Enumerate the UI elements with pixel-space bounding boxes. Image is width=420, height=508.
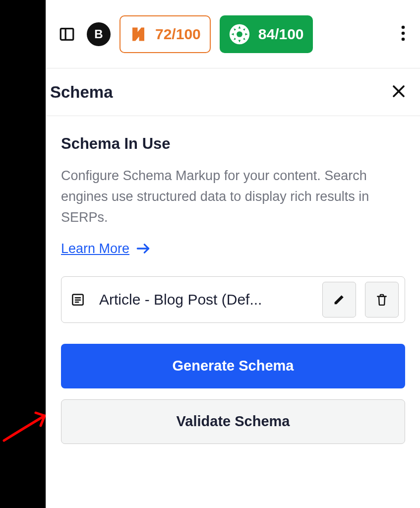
section-description: Configure Schema Markup for your content…	[61, 166, 405, 228]
schema-item-row: Article - Blog Post (Def...	[61, 276, 405, 323]
validate-schema-button[interactable]: Validate Schema	[61, 399, 405, 444]
toolbar: B 72/100 84/100	[46, 0, 420, 68]
panel-header: Schema	[46, 68, 420, 116]
svg-point-5	[402, 31, 405, 35]
close-icon	[391, 84, 406, 99]
pencil-icon	[332, 293, 346, 307]
schema-item-label: Article - Blog Post (Def...	[94, 291, 313, 308]
learn-more-label: Learn More	[61, 241, 129, 256]
more-vertical-icon	[396, 24, 410, 42]
close-button[interactable]	[391, 84, 406, 101]
article-icon	[70, 292, 85, 307]
panel-title: Schema	[50, 83, 113, 102]
trash-icon	[375, 292, 388, 307]
generate-schema-button[interactable]: Generate Schema	[61, 344, 405, 388]
score-badge-green[interactable]: 84/100	[220, 15, 313, 53]
score-badge-orange[interactable]: 72/100	[120, 15, 211, 53]
delete-schema-button[interactable]	[365, 282, 399, 318]
brand-badge[interactable]: B	[87, 22, 111, 46]
more-menu-button[interactable]	[396, 24, 410, 44]
score-orange-value: 72/100	[155, 26, 201, 43]
svg-point-4	[402, 25, 405, 29]
h-logo-icon	[129, 25, 147, 43]
svg-rect-0	[60, 28, 73, 40]
settings-panel: B 72/100 84/100	[46, 0, 420, 508]
edit-schema-button[interactable]	[322, 282, 356, 318]
section-title: Schema In Use	[61, 135, 405, 153]
learn-more-link[interactable]: Learn More	[61, 241, 150, 256]
svg-point-6	[402, 37, 405, 41]
brand-badge-letter: B	[94, 27, 103, 41]
score-green-value: 84/100	[258, 26, 304, 43]
sidebar-toggle-icon[interactable]	[56, 23, 78, 45]
svg-point-3	[237, 31, 242, 37]
svg-rect-15	[380, 294, 384, 296]
panel-content: Schema In Use Configure Schema Markup fo…	[46, 116, 420, 444]
arrow-right-icon	[136, 243, 150, 254]
gear-circle-icon	[229, 23, 250, 45]
